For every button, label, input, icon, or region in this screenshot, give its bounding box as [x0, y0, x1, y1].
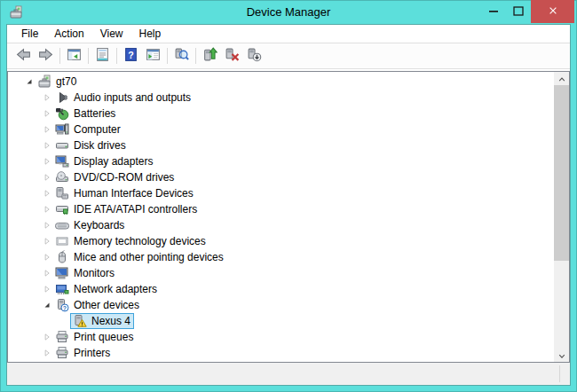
expander-collapsed-icon[interactable] — [42, 108, 52, 119]
expander-spacer — [59, 316, 70, 326]
disable-icon — [247, 47, 262, 66]
tree-item-nexus-4[interactable]: Nexus 4 — [8, 313, 554, 329]
tree-item-label: Disk drives — [73, 139, 126, 152]
toolbar-separator — [116, 48, 117, 64]
tree-item-network-adapters[interactable]: Network adapters — [8, 281, 554, 297]
memory-device-icon — [55, 234, 69, 248]
properties-icon — [95, 47, 110, 66]
expander-collapsed-icon[interactable] — [42, 188, 52, 199]
tree-item-batteries[interactable]: Batteries — [8, 106, 554, 122]
expander-collapsed-icon[interactable] — [42, 284, 52, 294]
uninstall-button[interactable] — [221, 45, 243, 67]
network-adapter-icon — [55, 282, 69, 296]
properties-button[interactable] — [91, 45, 114, 67]
expander-collapsed-icon[interactable] — [42, 172, 52, 183]
show-hide-console-tree-button[interactable] — [63, 45, 85, 67]
device-manager-icon — [37, 74, 51, 89]
scrollbar-track[interactable] — [554, 85, 569, 349]
expander-collapsed-icon[interactable] — [42, 204, 52, 215]
toolbar-separator — [59, 48, 60, 64]
expander-collapsed-icon[interactable] — [42, 140, 52, 151]
tree-item-print-queues[interactable]: Print queues — [8, 329, 554, 345]
titlebar[interactable]: Device Manager — [0, 0, 577, 25]
tree-item-memory-technology-devices[interactable]: Memory technology devices — [8, 233, 554, 249]
console-tree-icon — [67, 47, 82, 66]
scrollbar-up-button[interactable] — [554, 72, 569, 85]
tree-item-label: Network adapters — [73, 283, 157, 295]
forward-button[interactable] — [35, 45, 57, 67]
menu-item-view[interactable]: View — [92, 26, 131, 42]
expander-collapsed-icon[interactable] — [42, 268, 52, 278]
printer-icon — [55, 346, 69, 360]
help-icon: ? — [123, 47, 138, 66]
disk-drive-icon — [55, 138, 69, 153]
update-driver-icon — [202, 47, 217, 66]
display-adapter-icon — [55, 154, 69, 169]
expander-collapsed-icon[interactable] — [42, 156, 52, 167]
tree-item-keyboards[interactable]: Keyboards — [8, 217, 554, 233]
tree-item-other-devices[interactable]: ?Other devices — [8, 297, 554, 313]
tree-item-printers[interactable]: Printers — [8, 345, 554, 361]
menu-item-file[interactable]: File — [13, 26, 46, 42]
expander-collapsed-icon[interactable] — [42, 220, 52, 231]
expander-expanded-icon[interactable] — [24, 76, 35, 87]
tree-item-label: Keyboards — [73, 219, 124, 231]
audio-icon — [55, 90, 69, 105]
expander-collapsed-icon[interactable] — [42, 124, 52, 135]
back-button[interactable] — [12, 45, 35, 67]
show-hide-action-pane-button[interactable] — [142, 45, 164, 67]
close-button[interactable] — [531, 0, 574, 23]
minimize-button[interactable] — [481, 0, 506, 23]
toolbar-separator — [195, 48, 196, 64]
tree-item-monitors[interactable]: Monitors — [8, 265, 554, 281]
dvd-drive-icon — [55, 170, 69, 184]
tree-item-label: Computer — [73, 123, 121, 136]
monitor-icon — [55, 266, 69, 280]
expander-collapsed-icon[interactable] — [42, 332, 52, 342]
tree-item-label: Printers — [73, 347, 110, 359]
tree-item-mice-and-other-pointing-devices[interactable]: Mice and other pointing devices — [8, 249, 554, 265]
scan-for-hardware-changes-button[interactable] — [170, 45, 193, 67]
battery-icon — [55, 106, 69, 121]
tree-item-computer[interactable]: Computer — [8, 122, 554, 137]
device-manager-icon — [9, 5, 23, 20]
expander-collapsed-icon[interactable] — [42, 236, 52, 247]
tree-item-display-adapters[interactable]: Display adapters — [8, 153, 554, 169]
menu-bar: FileActionViewHelp — [7, 25, 570, 43]
ide-controller-icon — [55, 202, 69, 216]
scrollbar-thumb[interactable] — [554, 85, 569, 261]
tree-item-label: Memory technology devices — [73, 235, 206, 247]
expander-collapsed-icon[interactable] — [42, 348, 52, 358]
expander-collapsed-icon[interactable] — [42, 92, 52, 103]
computer-icon — [55, 122, 69, 137]
scrollbar-down-button[interactable] — [554, 349, 569, 362]
tree-item-audio-inputs-and-outputs[interactable]: Audio inputs and outputs — [8, 90, 554, 106]
printer-icon — [55, 330, 69, 344]
arrow-right-icon — [38, 47, 53, 66]
menu-item-action[interactable]: Action — [46, 26, 91, 42]
tree-item-disk-drives[interactable]: Disk drives — [8, 137, 554, 153]
tree-item-human-interface-devices[interactable]: Human Interface Devices — [8, 185, 554, 201]
tree-item-ide-ata-atapi-controllers[interactable]: IDE ATA/ATAPI controllers — [8, 201, 554, 217]
close-icon — [548, 4, 558, 20]
update-driver-button[interactable] — [199, 45, 221, 67]
other-device-icon: ? — [55, 298, 69, 312]
device-tree-panel: gt70Audio inputs and outputsBatteriesCom… — [7, 71, 570, 363]
disable-button[interactable] — [243, 45, 265, 67]
svg-text:?: ? — [128, 49, 133, 59]
tree-item-gt70[interactable]: gt70 — [8, 74, 554, 90]
menu-item-help[interactable]: Help — [131, 26, 170, 42]
help-button[interactable]: ? — [120, 45, 142, 67]
tree-item-label: IDE ATA/ATAPI controllers — [73, 203, 197, 216]
tree-item-dvd-cd-rom-drives[interactable]: DVD/CD-ROM drives — [8, 169, 554, 185]
device-manager-window: Device Manager FileActionViewHelp ? — [0, 0, 577, 392]
tree-item-label: Batteries — [73, 107, 115, 120]
minimize-icon — [488, 4, 499, 20]
status-bar — [7, 363, 570, 385]
expander-expanded-icon[interactable] — [42, 300, 52, 310]
maximize-button[interactable] — [506, 0, 531, 23]
tree-item-label: Human Interface Devices — [73, 187, 194, 200]
vertical-scrollbar[interactable] — [554, 72, 569, 362]
mouse-icon — [55, 250, 69, 264]
expander-collapsed-icon[interactable] — [42, 252, 52, 263]
